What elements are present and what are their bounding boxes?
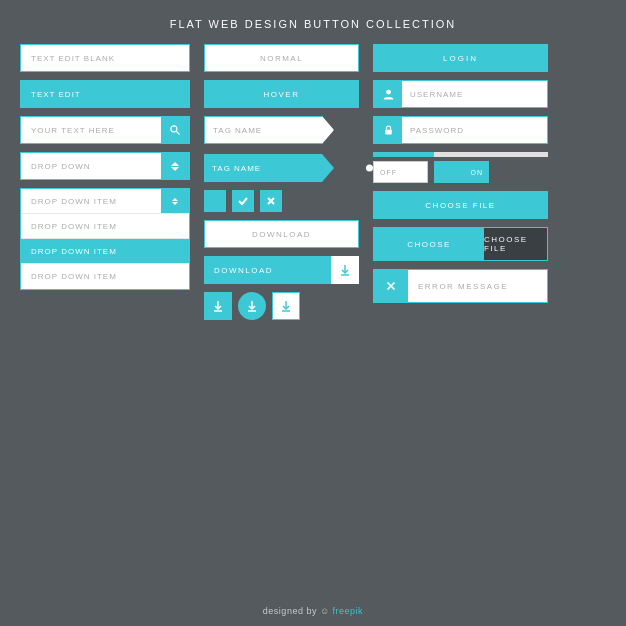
download-icon-button[interactable]: DOWNLOAD	[204, 256, 359, 284]
checkbox-x[interactable]	[260, 190, 282, 212]
tag-white[interactable]: TAG NAME	[204, 116, 334, 144]
up-arrow-sm-icon	[172, 198, 178, 201]
progress-bar	[373, 152, 548, 157]
text-edit-label: TEXT EDIT	[31, 90, 81, 99]
lock-icon-box	[374, 117, 402, 143]
search-placeholder: YOUR TEXT HERE	[31, 126, 115, 135]
dropdown-item-3[interactable]: DROP DOWN ITEM	[21, 239, 189, 264]
content-grid: TEXT EDIT BLANK TEXT EDIT YOUR TEXT HERE…	[20, 44, 606, 598]
download-icon-box	[331, 256, 359, 284]
tag-white-container: TAG NAME	[204, 116, 359, 144]
user-icon	[382, 88, 395, 101]
login-button-label: LOGIN	[443, 54, 478, 63]
password-field[interactable]: PASSWORD	[373, 116, 548, 144]
text-edit-blank-button[interactable]: TEXT EDIT BLANK	[20, 44, 190, 72]
progress-fill	[373, 152, 434, 157]
toggle-off-label: OFF	[380, 169, 397, 176]
svg-line-1	[177, 132, 180, 135]
choose-file-dark: CHOOSE FILE	[484, 228, 547, 260]
down-arrow-icon	[171, 167, 179, 171]
tag-white-dot	[366, 127, 373, 134]
lock-icon	[382, 124, 395, 137]
text-edit-blank-label: TEXT EDIT BLANK	[31, 54, 115, 63]
checkmark-icon	[237, 195, 249, 207]
checkbox-empty[interactable]	[204, 190, 226, 212]
download-text-button[interactable]: DOWNLOAD	[204, 220, 359, 248]
download-outline-icon[interactable]	[272, 292, 300, 320]
dropdown-item-1[interactable]: DROP DOWN ITEM	[21, 189, 189, 214]
tag-white-label: TAG NAME	[213, 126, 262, 135]
tag-cyan-container: TAG NAME	[204, 154, 359, 182]
choose-file-cyan-2-label: CHOOSE	[407, 240, 451, 249]
text-edit-button[interactable]: TEXT EDIT	[20, 80, 190, 108]
checkbox-row	[204, 190, 359, 212]
toggle-on[interactable]: ON	[434, 161, 489, 183]
x-error-icon	[384, 279, 398, 293]
footer-brand: freepik	[333, 606, 364, 616]
dropdown-item-2-label: DROP DOWN ITEM	[31, 222, 117, 231]
password-label: PASSWORD	[402, 126, 472, 135]
dropdown-menu: DROP DOWN ITEM DROP DOWN ITEM DROP DOWN …	[20, 188, 190, 290]
toggle-off[interactable]: OFF	[373, 161, 428, 183]
choose-file-dark-label: CHOOSE FILE	[484, 235, 547, 253]
footer-prefix: designed by	[263, 606, 317, 616]
error-message: ERROR MESSAGE	[373, 269, 548, 303]
normal-button[interactable]: NORMAL	[204, 44, 359, 72]
download-circle-arrow-icon	[246, 300, 258, 312]
page-container: FLAT WEB DESIGN BUTTON COLLECTION TEXT E…	[0, 0, 626, 626]
x-icon	[266, 196, 276, 206]
dropdown[interactable]: DROP DOWN	[20, 152, 190, 180]
login-button[interactable]: LOGIN	[373, 44, 548, 72]
choose-file-cyan-2[interactable]: CHOOSE	[374, 228, 484, 260]
dropdown-item-4-label: DROP DOWN ITEM	[31, 272, 117, 281]
dropdown-item-1-label: DROP DOWN ITEM	[31, 197, 117, 206]
download-arrow-icon	[339, 264, 351, 276]
hover-button[interactable]: HOVER	[204, 80, 359, 108]
toggle-row: OFF ON	[373, 161, 548, 183]
choose-file-container: CHOOSE CHOOSE FILE	[373, 227, 548, 261]
svg-rect-13	[385, 129, 392, 134]
dropdown-item-3-label: DROP DOWN ITEM	[31, 247, 117, 256]
choose-file-cyan-label: CHOOSE FILE	[425, 201, 495, 210]
download-icon-label: DOWNLOAD	[204, 266, 283, 275]
choose-file-cyan-button[interactable]: CHOOSE FILE	[373, 191, 548, 219]
search-icon-box	[161, 117, 189, 143]
svg-point-12	[386, 89, 391, 94]
error-message-label: ERROR MESSAGE	[408, 282, 518, 291]
username-label: USERNAME	[402, 90, 471, 99]
tag-cyan-label: TAG NAME	[212, 164, 261, 173]
col-1: TEXT EDIT BLANK TEXT EDIT YOUR TEXT HERE…	[20, 44, 190, 598]
icon-row	[204, 292, 359, 320]
user-icon-box	[374, 81, 402, 107]
progress-row: OFF ON	[373, 152, 548, 183]
download-square-arrow-icon	[212, 300, 224, 312]
col-2: NORMAL HOVER TAG NAME TAG NAME	[204, 44, 359, 598]
checkbox-checked[interactable]	[232, 190, 254, 212]
download-outline-arrow-icon	[280, 300, 292, 312]
down-arrow-sm-icon	[172, 202, 178, 205]
download-square-icon[interactable]	[204, 292, 232, 320]
dropdown-item-2[interactable]: DROP DOWN ITEM	[21, 214, 189, 239]
search-bar[interactable]: YOUR TEXT HERE	[20, 116, 190, 144]
hover-button-label: HOVER	[264, 90, 300, 99]
normal-button-label: NORMAL	[260, 54, 303, 63]
tag-cyan-dot	[366, 165, 373, 172]
download-circle-icon[interactable]	[238, 292, 266, 320]
col-3: LOGIN USERNAME	[373, 44, 548, 598]
footer: designed by ☺ freepik	[20, 606, 606, 616]
username-field[interactable]: USERNAME	[373, 80, 548, 108]
page-title: FLAT WEB DESIGN BUTTON COLLECTION	[20, 18, 606, 30]
download-text-label: DOWNLOAD	[252, 230, 311, 239]
toggle-on-label: ON	[471, 169, 484, 176]
dropdown-item-4[interactable]: DROP DOWN ITEM	[21, 264, 189, 289]
svg-point-0	[171, 126, 177, 132]
dropdown-label: DROP DOWN	[31, 162, 91, 171]
error-icon-box	[374, 270, 408, 302]
search-icon	[169, 124, 181, 136]
tag-cyan[interactable]: TAG NAME	[204, 154, 334, 182]
dropdown-arrow-box	[161, 153, 189, 179]
dropdown-item-1-arrow	[161, 189, 189, 213]
up-arrow-icon	[171, 162, 179, 166]
